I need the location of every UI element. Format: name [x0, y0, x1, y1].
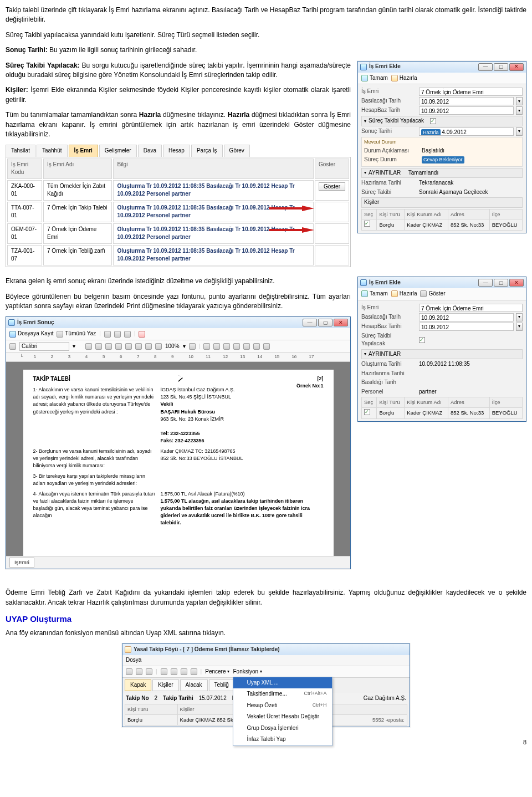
col-bilgi[interactable]: Bilgi	[113, 159, 313, 179]
minimize-button[interactable]: —	[478, 279, 493, 287]
zoom-in-icon[interactable]	[189, 343, 196, 350]
tab-dava[interactable]: Dava	[138, 145, 162, 157]
col-kisituru[interactable]: Kişi Türü	[125, 704, 178, 715]
tab-hesap[interactable]: Hesap	[163, 145, 190, 157]
table-row[interactable]: TTA-007-01 7 Örnek İçin Takip Talebi Olu…	[7, 202, 349, 222]
close-icon[interactable]	[139, 331, 145, 338]
toolbar-icon[interactable]	[233, 343, 240, 350]
toolbar-icon[interactable]	[126, 668, 132, 675]
grid-icon[interactable]	[213, 343, 220, 350]
menu-item-vekalet[interactable]: Vekalet Ücret Hesabı Değiştir	[233, 711, 332, 723]
date-dropdown-icon[interactable]: ▾	[516, 323, 523, 331]
table-row[interactable]: Borçlu Kader ÇIKMAZ 852 Sk. No:33 BEYOĞL…	[362, 219, 523, 231]
tumunu-yaz-button[interactable]: Tümünü Yaz	[57, 330, 96, 338]
pencere-menu[interactable]: Pencere▾	[205, 668, 229, 676]
goster-button[interactable]: Göster	[319, 182, 345, 191]
toolbar-icon[interactable]	[145, 343, 152, 350]
tab-parcais[interactable]: Parça İş	[191, 145, 223, 157]
bold-icon[interactable]	[85, 343, 92, 350]
field-hesapbaz[interactable]: 10.09.2012	[419, 106, 514, 115]
tamam-button[interactable]: Tamam	[361, 290, 388, 298]
goster-button[interactable]: Göster	[420, 290, 445, 298]
tab-isemri[interactable]: İş Emri	[69, 145, 98, 157]
tamam-button[interactable]: Tamam	[361, 74, 388, 83]
menu-item-taksit[interactable]: Taksitlendirme...Ctrl+Alt+A	[233, 688, 332, 700]
prev-icon[interactable]	[171, 668, 177, 675]
close-button[interactable]: ✕	[334, 319, 348, 326]
table-row[interactable]: Borçlu Kader ÇIKMAZ 852 Sk. No:33 BEYOĞL…	[362, 407, 523, 418]
align-center-icon[interactable]	[125, 343, 132, 350]
checkbox-surec[interactable]	[430, 118, 436, 124]
status-isemri[interactable]: İşEmri	[9, 558, 34, 568]
minimize-button[interactable]: —	[478, 63, 493, 71]
maximize-button[interactable]: ▢	[494, 279, 508, 287]
pill-teblig[interactable]: Tebliğ	[209, 680, 234, 691]
pill-alacak[interactable]: Alacak	[180, 680, 208, 691]
align-left-icon[interactable]	[115, 343, 122, 350]
col-kisituru[interactable]: Kişi Türü	[377, 397, 405, 408]
table-row[interactable]: TZA-001-07 7 Örnek İçin Tebliğ zarfı Olu…	[7, 245, 349, 265]
date-dropdown-icon[interactable]: ▾	[516, 106, 523, 115]
align-right-icon[interactable]	[135, 343, 142, 350]
toolbar-icon[interactable]	[136, 668, 142, 675]
zoom-out-icon[interactable]	[155, 343, 162, 350]
toolbar-icon[interactable]	[253, 343, 260, 350]
menu-item-infaz[interactable]: İnfaz Talebi Yap	[233, 734, 332, 745]
trash-icon[interactable]	[263, 343, 270, 350]
toolbar-icon[interactable]	[223, 343, 230, 350]
col-kurum[interactable]: Kişi Kurum Adı	[405, 209, 448, 219]
dosyaya-kayit-button[interactable]: Dosyaya Kayıt	[9, 330, 53, 338]
underline-icon[interactable]	[105, 343, 112, 350]
table-row[interactable]: ZKA-000-01 Tüm Örnekler İçin Zabıt Kağıd…	[7, 180, 349, 201]
maximize-button[interactable]: ▢	[318, 319, 332, 326]
find-icon[interactable]	[124, 331, 131, 338]
next-icon[interactable]	[181, 668, 187, 675]
toolbar-icon[interactable]	[104, 331, 111, 338]
field-basilacagi[interactable]: 10.09.2012	[419, 313, 514, 321]
pill-kisiler[interactable]: Kişiler	[152, 680, 178, 691]
col-ilce[interactable]: İlçe	[489, 209, 522, 219]
col-adi[interactable]: İş Emri Adı	[43, 159, 112, 179]
field-isemri[interactable]: 7 Örnek İçin Ödeme Emri	[419, 304, 523, 312]
col-goster[interactable]: Göster	[315, 159, 349, 179]
dropdown-icon[interactable]: ▾	[73, 343, 75, 351]
field-hesapbaz[interactable]: 10.09.2012	[419, 323, 514, 331]
tab-tahsilat[interactable]: Tahsilat	[6, 145, 35, 157]
last-icon[interactable]	[191, 668, 197, 675]
menu-item-uyapxml[interactable]: Uyap XML ...	[233, 677, 332, 689]
close-button[interactable]: ✕	[509, 279, 524, 287]
fonksiyon-menu[interactable]: Fonksiyon▾ Uyap XML ... Taksitlendirme..…	[233, 668, 262, 676]
toolbar-icon[interactable]	[114, 331, 121, 338]
italic-icon[interactable]	[95, 343, 102, 350]
col-adres[interactable]: Adres	[448, 209, 490, 219]
table-icon[interactable]	[203, 343, 210, 350]
section-ayrintilar[interactable]: ▾AYRINTILAR	[361, 349, 523, 360]
toolbar-icon[interactable]	[146, 668, 152, 675]
hazirla-button[interactable]: Hazırla	[391, 290, 417, 298]
date-dropdown-icon[interactable]: ▾	[516, 97, 523, 105]
maximize-button[interactable]: ▢	[494, 63, 508, 71]
section-ayrintilar[interactable]: ▾AYRINTILAR Tamamlandı	[361, 168, 523, 178]
row-checkbox[interactable]	[364, 221, 370, 227]
table-row[interactable]: OEM-007-01 7 Örnek İçin Ödeme Emri Oluşt…	[7, 223, 349, 244]
menu-dosya[interactable]: Dosya	[126, 656, 141, 665]
col-adres[interactable]: Adres	[448, 397, 490, 408]
toolbar-icon[interactable]	[243, 343, 250, 350]
field-sonuc[interactable]: Hazırla 4.09.2012	[419, 127, 514, 136]
tab-gorev[interactable]: Görev	[224, 145, 250, 157]
col-sec[interactable]: Seç	[362, 397, 377, 408]
date-dropdown-icon[interactable]: ▾	[516, 313, 523, 321]
field-basilacagi[interactable]: 10.09.2012	[419, 97, 514, 105]
date-dropdown-icon[interactable]: ▾	[516, 127, 523, 136]
row-checkbox[interactable]	[364, 409, 370, 415]
col-kisituru[interactable]: Kişi Türü	[377, 209, 405, 219]
minimize-button[interactable]: —	[303, 319, 317, 326]
tab-gelismeler[interactable]: Gelişmeler	[99, 145, 137, 157]
col-kurum[interactable]: Kişi Kurum Adı	[405, 397, 448, 408]
section-kisiler[interactable]: Kişiler	[361, 197, 523, 208]
first-icon[interactable]	[161, 668, 167, 675]
menu-item-hesapozeti[interactable]: Hesap ÖzetiCtrl+H	[233, 700, 332, 712]
font-select[interactable]: Calibri	[19, 342, 69, 351]
col-kod[interactable]: İş Emri Kodu	[7, 159, 42, 179]
pill-kapak[interactable]: Kapak	[125, 680, 151, 691]
